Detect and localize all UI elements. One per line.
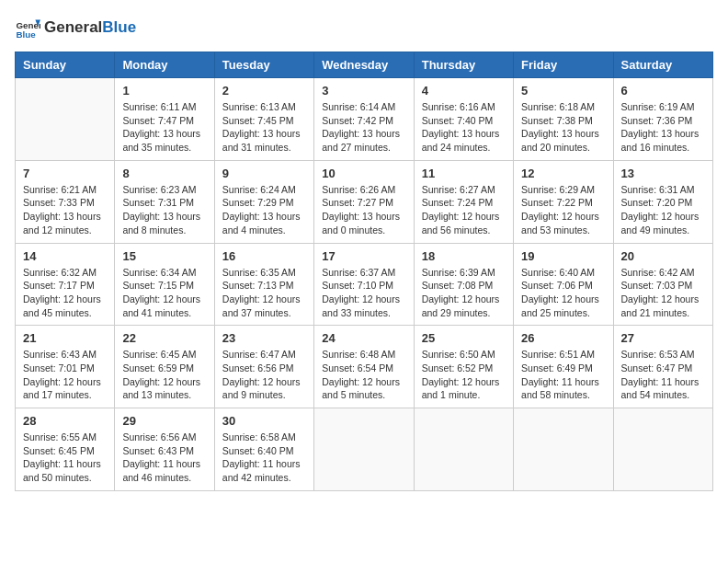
day-number: 10: [322, 167, 405, 180]
calendar-cell: 29Sunrise: 6:56 AMSunset: 6:43 PMDayligh…: [115, 408, 214, 491]
day-info: Sunrise: 6:34 AMSunset: 7:15 PMDaylight:…: [122, 266, 206, 320]
day-info: Sunrise: 6:27 AMSunset: 7:24 PMDaylight:…: [422, 183, 506, 237]
day-info: Sunrise: 6:47 AMSunset: 6:56 PMDaylight:…: [222, 348, 306, 402]
day-number: 2: [222, 84, 306, 98]
day-info: Sunrise: 6:19 AMSunset: 7:36 PMDaylight:…: [621, 100, 705, 155]
day-info: Sunrise: 6:48 AMSunset: 6:54 PMDaylight:…: [322, 348, 405, 402]
calendar-cell: 16Sunrise: 6:35 AMSunset: 7:13 PMDayligh…: [214, 243, 313, 326]
calendar-cell: 1Sunrise: 6:11 AMSunset: 7:47 PMDaylight…: [115, 78, 214, 161]
calendar-cell: 17Sunrise: 6:37 AMSunset: 7:10 PMDayligh…: [314, 243, 414, 326]
day-info: Sunrise: 6:58 AMSunset: 6:40 PMDaylight:…: [222, 431, 306, 485]
calendar-cell: 28Sunrise: 6:55 AMSunset: 6:45 PMDayligh…: [16, 408, 115, 491]
calendar-cell: 13Sunrise: 6:31 AMSunset: 7:20 PMDayligh…: [613, 160, 712, 243]
calendar-cell: 25Sunrise: 6:50 AMSunset: 6:52 PMDayligh…: [414, 326, 513, 408]
day-number: 14: [23, 249, 107, 263]
day-number: 13: [621, 167, 705, 180]
day-number: 4: [422, 84, 506, 98]
day-number: 5: [521, 84, 605, 98]
day-info: Sunrise: 6:16 AMSunset: 7:40 PMDaylight:…: [422, 100, 506, 155]
logo-icon: General Blue: [15, 15, 40, 40]
day-info: Sunrise: 6:43 AMSunset: 7:01 PMDaylight:…: [23, 348, 107, 402]
day-info: Sunrise: 6:40 AMSunset: 7:06 PMDaylight:…: [521, 266, 605, 320]
day-number: 16: [222, 249, 306, 263]
calendar-cell: 12Sunrise: 6:29 AMSunset: 7:22 PMDayligh…: [514, 160, 613, 243]
calendar-cell: [314, 408, 414, 491]
day-info: Sunrise: 6:29 AMSunset: 7:22 PMDaylight:…: [521, 183, 605, 237]
day-info: Sunrise: 6:23 AMSunset: 7:31 PMDaylight:…: [122, 183, 206, 237]
calendar: SundayMondayTuesdayWednesdayThursdayFrid…: [15, 52, 713, 491]
calendar-cell: 15Sunrise: 6:34 AMSunset: 7:15 PMDayligh…: [115, 243, 214, 326]
day-info: Sunrise: 6:56 AMSunset: 6:43 PMDaylight:…: [122, 431, 206, 485]
calendar-cell: 19Sunrise: 6:40 AMSunset: 7:06 PMDayligh…: [514, 243, 613, 326]
calendar-cell: 20Sunrise: 6:42 AMSunset: 7:03 PMDayligh…: [613, 243, 712, 326]
day-info: Sunrise: 6:55 AMSunset: 6:45 PMDaylight:…: [23, 431, 107, 485]
day-number: 25: [422, 331, 506, 345]
svg-text:Blue: Blue: [16, 29, 36, 40]
day-info: Sunrise: 6:42 AMSunset: 7:03 PMDaylight:…: [621, 266, 705, 320]
day-number: 15: [122, 249, 206, 263]
day-info: Sunrise: 6:32 AMSunset: 7:17 PMDaylight:…: [23, 266, 107, 320]
logo: General Blue GeneralBlue: [15, 15, 136, 40]
day-info: Sunrise: 6:26 AMSunset: 7:27 PMDaylight:…: [322, 183, 405, 237]
calendar-cell: [613, 408, 712, 491]
day-number: 24: [322, 331, 405, 345]
calendar-cell: 18Sunrise: 6:39 AMSunset: 7:08 PMDayligh…: [414, 243, 513, 326]
weekday-header-saturday: Saturday: [613, 52, 712, 78]
day-info: Sunrise: 6:18 AMSunset: 7:38 PMDaylight:…: [521, 100, 605, 155]
day-number: 26: [521, 331, 605, 345]
calendar-cell: 23Sunrise: 6:47 AMSunset: 6:56 PMDayligh…: [214, 326, 313, 408]
day-number: 23: [222, 331, 306, 345]
weekday-header-tuesday: Tuesday: [214, 52, 313, 78]
day-number: 7: [23, 167, 107, 180]
day-info: Sunrise: 6:50 AMSunset: 6:52 PMDaylight:…: [422, 348, 506, 402]
weekday-header-sunday: Sunday: [16, 52, 115, 78]
day-info: Sunrise: 6:11 AMSunset: 7:47 PMDaylight:…: [122, 100, 206, 155]
day-info: Sunrise: 6:35 AMSunset: 7:13 PMDaylight:…: [222, 266, 306, 320]
logo-general: General: [44, 18, 102, 37]
calendar-cell: 9Sunrise: 6:24 AMSunset: 7:29 PMDaylight…: [214, 160, 313, 243]
weekday-header-monday: Monday: [115, 52, 214, 78]
calendar-cell: 3Sunrise: 6:14 AMSunset: 7:42 PMDaylight…: [314, 78, 414, 161]
calendar-cell: 30Sunrise: 6:58 AMSunset: 6:40 PMDayligh…: [214, 408, 313, 491]
day-number: 3: [322, 84, 405, 98]
weekday-header-wednesday: Wednesday: [314, 52, 414, 78]
calendar-cell: 8Sunrise: 6:23 AMSunset: 7:31 PMDaylight…: [115, 160, 214, 243]
day-number: 29: [122, 414, 206, 428]
day-number: 9: [222, 167, 306, 180]
calendar-cell: 2Sunrise: 6:13 AMSunset: 7:45 PMDaylight…: [214, 78, 313, 161]
calendar-cell: [16, 78, 115, 161]
calendar-cell: [414, 408, 513, 491]
calendar-cell: 27Sunrise: 6:53 AMSunset: 6:47 PMDayligh…: [613, 326, 712, 408]
logo-blue: Blue: [102, 18, 136, 37]
calendar-cell: 10Sunrise: 6:26 AMSunset: 7:27 PMDayligh…: [314, 160, 414, 243]
calendar-cell: 24Sunrise: 6:48 AMSunset: 6:54 PMDayligh…: [314, 326, 414, 408]
day-info: Sunrise: 6:39 AMSunset: 7:08 PMDaylight:…: [422, 266, 506, 320]
day-number: 28: [23, 414, 107, 428]
weekday-header-thursday: Thursday: [414, 52, 513, 78]
day-number: 30: [222, 414, 306, 428]
calendar-cell: 7Sunrise: 6:21 AMSunset: 7:33 PMDaylight…: [16, 160, 115, 243]
day-info: Sunrise: 6:31 AMSunset: 7:20 PMDaylight:…: [621, 183, 705, 237]
calendar-cell: 6Sunrise: 6:19 AMSunset: 7:36 PMDaylight…: [613, 78, 712, 161]
day-info: Sunrise: 6:13 AMSunset: 7:45 PMDaylight:…: [222, 100, 306, 155]
calendar-cell: 14Sunrise: 6:32 AMSunset: 7:17 PMDayligh…: [16, 243, 115, 326]
day-number: 1: [122, 84, 206, 98]
day-info: Sunrise: 6:45 AMSunset: 6:59 PMDaylight:…: [122, 348, 206, 402]
calendar-cell: 11Sunrise: 6:27 AMSunset: 7:24 PMDayligh…: [414, 160, 513, 243]
day-number: 20: [621, 249, 705, 263]
day-number: 21: [23, 331, 107, 345]
calendar-cell: [514, 408, 613, 491]
day-info: Sunrise: 6:21 AMSunset: 7:33 PMDaylight:…: [23, 183, 107, 237]
day-number: 6: [621, 84, 705, 98]
day-number: 19: [521, 249, 605, 263]
weekday-header-friday: Friday: [514, 52, 613, 78]
day-number: 18: [422, 249, 506, 263]
day-number: 27: [621, 331, 705, 345]
calendar-cell: 5Sunrise: 6:18 AMSunset: 7:38 PMDaylight…: [514, 78, 613, 161]
day-number: 17: [322, 249, 405, 263]
day-number: 8: [122, 167, 206, 180]
day-number: 12: [521, 167, 605, 180]
day-info: Sunrise: 6:37 AMSunset: 7:10 PMDaylight:…: [322, 266, 405, 320]
day-number: 11: [422, 167, 506, 180]
day-info: Sunrise: 6:24 AMSunset: 7:29 PMDaylight:…: [222, 183, 306, 237]
